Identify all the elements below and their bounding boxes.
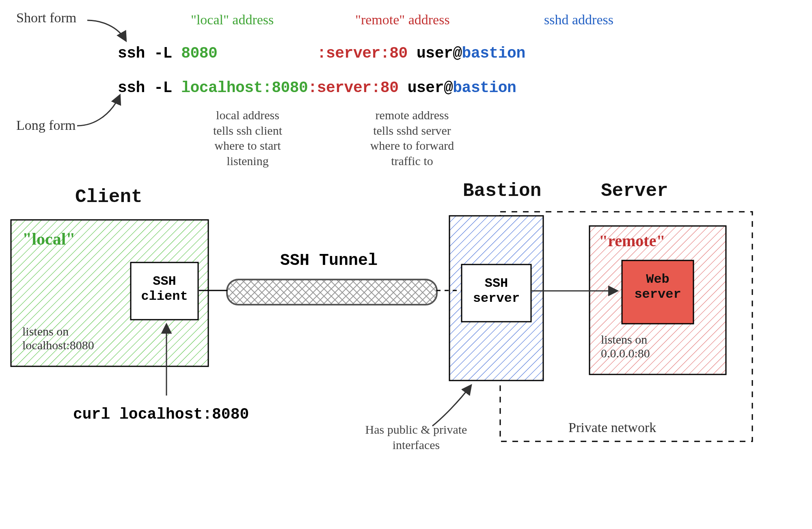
ssh-server-label: SSH server — [469, 276, 524, 306]
short-form-label: Short form — [16, 10, 76, 26]
cmd-long-bastion: bastion — [453, 79, 516, 97]
cmd-long-remote: :server:80 — [308, 79, 398, 97]
ssh-client-label: SSH client — [138, 274, 191, 304]
ssh-tunnel-label: SSH Tunnel — [280, 252, 378, 270]
remote-tag: "remote" — [599, 231, 665, 250]
cmd-long-user: user@ — [398, 79, 453, 97]
arrow-short-form — [85, 16, 134, 49]
link-client-tunnel — [199, 290, 227, 291]
ssh-command-short: ssh -L 8080 :server:80 user@bastion — [118, 45, 525, 62]
client-listen-note: listens on localhost:8080 — [22, 325, 94, 352]
cmd-short-local: 8080 — [181, 45, 217, 62]
server-listen-note: listens on 0.0.0.0:80 — [601, 333, 650, 360]
cmd-short-prefix: ssh -L — [118, 45, 181, 62]
svg-rect-14 — [227, 280, 437, 305]
remote-address-note: remote address tells sshd server where t… — [345, 108, 479, 168]
ssh-command-long: ssh -L localhost:8080:server:80 user@bas… — [118, 79, 516, 97]
arrow-sshserver-webserver — [532, 289, 623, 293]
cmd-short-pad — [217, 45, 317, 62]
cmd-long-prefix: ssh -L — [118, 79, 181, 97]
local-address-note: local address tells ssh client where to … — [181, 108, 315, 168]
ssh-tunnel-pill — [225, 278, 438, 306]
remote-address-label: "remote" address — [355, 12, 450, 28]
ssh-tunnel-diagram: Short form Long form "local" address "re… — [0, 0, 812, 529]
cmd-short-bastion: bastion — [462, 45, 525, 62]
bastion-title: Bastion — [463, 181, 541, 202]
long-form-label: Long form — [16, 118, 76, 133]
local-tag: "local" — [22, 229, 76, 249]
sshd-address-label: sshd address — [544, 12, 613, 28]
bastion-interfaces-note: Has public & private interfaces — [345, 422, 487, 452]
client-title: Client — [75, 187, 143, 208]
web-server-label: Web server — [631, 272, 684, 302]
cmd-short-remote: :server:80 — [317, 45, 408, 62]
arrow-curl-sshclient — [162, 320, 187, 398]
server-title: Server — [601, 181, 668, 202]
private-network-label: Private network — [568, 420, 656, 435]
local-address-label: "local" address — [191, 12, 274, 28]
cmd-long-local: localhost:8080 — [181, 79, 308, 97]
curl-note: curl localhost:8080 — [73, 406, 249, 423]
link-tunnel-sshserver — [436, 290, 462, 291]
cmd-short-user: user@ — [408, 45, 462, 62]
